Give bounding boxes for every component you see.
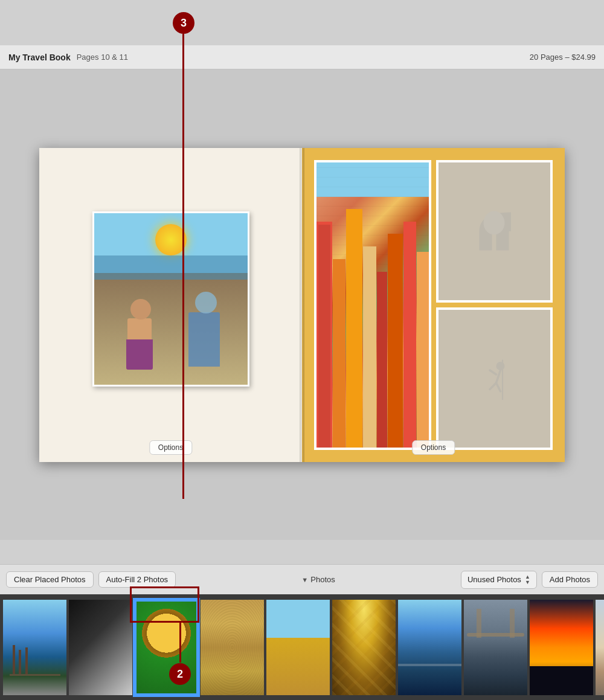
- strip-photo-5-image: [266, 600, 330, 695]
- annotation-3: 3: [173, 12, 194, 34]
- spine-shadow: [300, 148, 304, 462]
- book-title: My Travel Book: [8, 53, 71, 62]
- strip-photo-1[interactable]: [3, 600, 66, 695]
- strip-photo-2-image: [69, 600, 132, 695]
- strip-photo-1-image: [3, 600, 66, 695]
- left-options-button[interactable]: Options: [149, 440, 192, 455]
- annotation-line-2-up: [179, 621, 181, 663]
- placeholder-arch: [439, 162, 551, 300]
- canvas-area: Options: [0, 69, 604, 540]
- annotation-line-2-h2: [130, 586, 199, 588]
- photos-label-container[interactable]: ▼ Photos: [301, 575, 335, 584]
- svg-line-6: [496, 383, 501, 391]
- header-bar: My Travel Book Pages 10 & 11 20 Pages – …: [0, 45, 604, 69]
- placeholder-climber: [439, 310, 551, 448]
- annotation-line-3-vertical: [182, 34, 184, 499]
- strip-photo-9[interactable]: [530, 600, 593, 695]
- stepper-arrows-icon: ▲ ▼: [525, 574, 530, 585]
- strip-photo-10-image: [596, 600, 604, 695]
- svg-rect-1: [496, 231, 509, 251]
- right-options-button[interactable]: Options: [412, 440, 455, 455]
- unused-photos-label: Unused Photos: [467, 575, 521, 584]
- photos-label-text: Photos: [310, 575, 335, 584]
- strip-photo-5[interactable]: [266, 600, 330, 695]
- svg-line-5: [490, 383, 496, 390]
- strip-photo-4-image: [201, 600, 264, 695]
- svg-line-7: [490, 370, 496, 374]
- strip-photo-8-image: [464, 600, 527, 695]
- strip-photo-6-image: [332, 600, 396, 695]
- annotation-line-2-v-left: [130, 586, 132, 623]
- strip-photo-4[interactable]: [201, 600, 264, 695]
- left-photo: [92, 211, 249, 387]
- right-photo-grid: [314, 160, 553, 450]
- svg-point-2: [484, 211, 505, 234]
- annotation-line-2-h1: [130, 621, 199, 623]
- svg-line-4: [496, 370, 501, 383]
- photo-strip: [0, 594, 604, 700]
- city-photo: [316, 162, 429, 448]
- left-page: Options: [39, 148, 302, 462]
- header-left: My Travel Book Pages 10 & 11: [8, 53, 128, 62]
- svg-point-3: [496, 362, 505, 370]
- strip-photo-7[interactable]: [398, 600, 461, 695]
- clear-placed-button[interactable]: Clear Placed Photos: [6, 571, 94, 588]
- unused-photos-select[interactable]: Unused Photos ▲ ▼: [461, 571, 537, 589]
- strip-photo-2[interactable]: [69, 600, 132, 695]
- climber-placeholder-icon: [473, 358, 515, 400]
- strip-photo-8[interactable]: [464, 600, 527, 695]
- add-photos-button[interactable]: Add Photos: [542, 571, 598, 588]
- grid-cell-1[interactable]: [314, 160, 431, 450]
- bottom-toolbar: Clear Placed Photos Auto-Fill 2 Photos ▼…: [0, 564, 604, 594]
- annotation-2: 2: [169, 663, 191, 685]
- grid-cell-3[interactable]: [436, 307, 553, 450]
- strip-photo-6[interactable]: [332, 600, 396, 695]
- price-info: 20 Pages – $24.99: [530, 53, 596, 62]
- strip-photo-9-image: [530, 600, 593, 695]
- left-photo-slot[interactable]: [92, 211, 249, 387]
- right-page: Options: [302, 148, 565, 462]
- svg-rect-0: [480, 231, 492, 251]
- chevron-down-icon: ▼: [301, 576, 308, 583]
- grid-cell-2[interactable]: [436, 160, 553, 303]
- annotation-line-2-v-right: [198, 586, 199, 623]
- page-range: Pages 10 & 11: [77, 53, 128, 62]
- strip-photo-7-image: [398, 600, 461, 695]
- auto-fill-button[interactable]: Auto-Fill 2 Photos: [98, 571, 176, 588]
- arch-placeholder-icon: [473, 210, 515, 252]
- strip-photo-10[interactable]: [596, 600, 604, 695]
